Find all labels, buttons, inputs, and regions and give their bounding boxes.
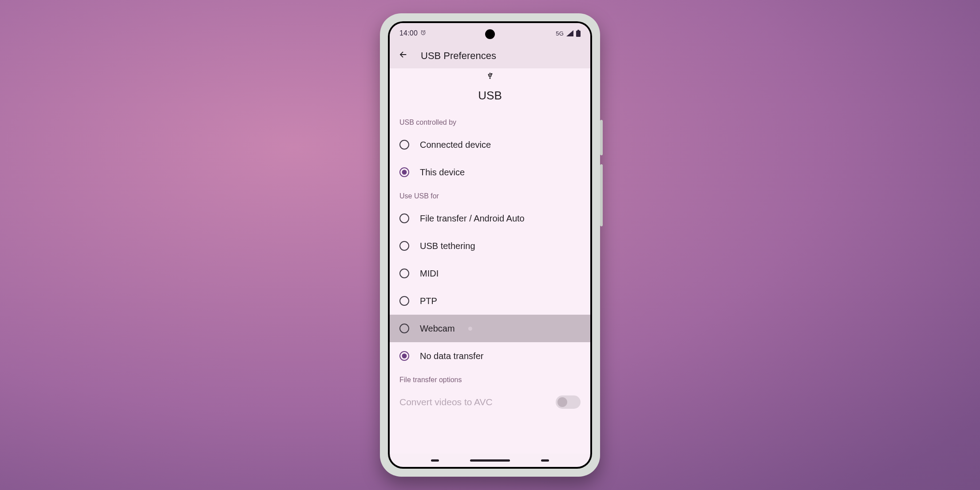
phone-side-button: [600, 120, 603, 155]
radio-label: This device: [420, 167, 581, 178]
radio-label: MIDI: [420, 269, 581, 279]
radio-icon: [399, 167, 409, 177]
radio-label: File transfer / Android Auto: [420, 213, 581, 224]
arrow-back-icon: [398, 50, 408, 62]
section-header-file-transfer: File transfer options: [390, 370, 590, 388]
status-right: 5G: [556, 30, 581, 37]
phone-frame: 14:00 5G: [380, 13, 600, 477]
nav-indicator: [470, 459, 510, 462]
nav-bar: [390, 454, 590, 467]
nav-indicator: [541, 459, 549, 462]
radio-row[interactable]: PTP: [390, 287, 590, 315]
radio-icon: [399, 324, 409, 333]
radio-icon: [399, 140, 409, 150]
app-bar-title: USB Preferences: [421, 50, 496, 62]
status-left: 14:00: [399, 29, 426, 37]
screen: 14:00 5G: [390, 23, 590, 467]
content[interactable]: USB USB controlled by Connected deviceTh…: [390, 68, 590, 454]
signal-icon: [566, 30, 573, 36]
radio-row[interactable]: File transfer / Android Auto: [390, 205, 590, 232]
ripple-indicator: [468, 327, 472, 331]
radio-row[interactable]: No data transfer: [390, 342, 590, 370]
radio-label: PTP: [420, 296, 581, 306]
phone-volume-rocker: [600, 164, 603, 226]
radio-label: USB tethering: [420, 241, 581, 251]
svg-rect-2: [577, 30, 579, 31]
toggle-label: Convert videos to AVC: [399, 397, 493, 407]
radio-icon: [399, 296, 409, 306]
radio-label: No data transfer: [420, 351, 581, 361]
radio-icon: [399, 351, 409, 361]
section-header-use-for: Use USB for: [390, 186, 590, 205]
front-camera-cutout: [485, 29, 495, 39]
radio-row[interactable]: Webcam: [390, 315, 590, 342]
radio-label: Connected device: [420, 140, 581, 150]
radio-label: Webcam: [420, 324, 455, 334]
nav-indicator: [431, 459, 439, 462]
radio-row[interactable]: USB tethering: [390, 232, 590, 260]
radio-icon: [399, 241, 409, 251]
app-bar: USB Preferences: [390, 43, 590, 68]
radio-icon: [399, 213, 409, 223]
toggle-row-convert-avc: Convert videos to AVC: [390, 388, 590, 416]
switch-convert-avc[interactable]: [556, 395, 581, 409]
battery-icon: [576, 30, 581, 37]
usb-icon: [390, 72, 590, 82]
radio-row[interactable]: Connected device: [390, 131, 590, 158]
phone-bezel: 14:00 5G: [388, 21, 592, 469]
switch-knob: [557, 397, 567, 407]
radio-icon: [399, 269, 409, 278]
svg-rect-1: [576, 31, 581, 37]
network-label: 5G: [556, 31, 564, 36]
back-button[interactable]: [395, 48, 411, 64]
status-time: 14:00: [399, 29, 418, 37]
alarm-icon: [420, 30, 426, 37]
radio-row[interactable]: This device: [390, 158, 590, 186]
radio-row[interactable]: MIDI: [390, 260, 590, 287]
section-header-controlled: USB controlled by: [390, 112, 590, 131]
page-title: USB: [390, 89, 590, 103]
